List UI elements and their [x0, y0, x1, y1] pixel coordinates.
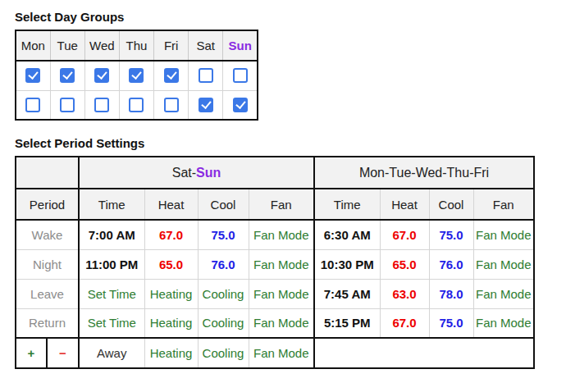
day-groups-table: Mon Tue Wed Thu Fri Sat Sun — [15, 30, 258, 121]
checkbox-group2-fri[interactable] — [164, 98, 179, 112]
night-satsun-time[interactable]: 11:00 PM — [79, 249, 144, 279]
group-header-corner — [16, 157, 79, 189]
leave-weekdays-cool[interactable]: 78.0 — [429, 279, 473, 308]
night-weekdays-cool[interactable]: 76.0 — [429, 249, 473, 279]
return-satsun-cooling-link[interactable]: Cooling — [198, 308, 249, 338]
return-weekdays-time[interactable]: 5:15 PM — [314, 308, 380, 338]
night-satsun-heat[interactable]: 65.0 — [144, 249, 198, 279]
column-header-row: Period Time Heat Cool Fan Time Heat Cool… — [16, 189, 534, 220]
wake-satsun-fan-mode-link[interactable]: Fan Mode — [249, 220, 314, 249]
day-header-sat: Sat — [189, 30, 223, 61]
day-header-wed: Wed — [84, 30, 119, 61]
checkbox-group2-sat[interactable] — [199, 98, 213, 112]
night-weekdays-time[interactable]: 10:30 PM — [314, 249, 380, 279]
checkbox-group1-thu[interactable] — [129, 68, 144, 83]
col-header-period: Period — [16, 189, 79, 220]
col-header-wd-fan: Fan — [473, 189, 534, 220]
col-header-wd-cool: Cool — [429, 189, 473, 220]
return-weekdays-fan-mode-link[interactable]: Fan Mode — [473, 308, 534, 338]
leave-satsun-cooling-link[interactable]: Cooling — [198, 279, 249, 308]
day-header-sun: Sun — [223, 30, 258, 61]
return-satsun-set-time-link[interactable]: Set Time — [79, 308, 144, 338]
period-row-night: Night 11:00 PM 65.0 76.0 Fan Mode 10:30 … — [16, 249, 534, 279]
night-weekdays-fan-mode-link[interactable]: Fan Mode — [473, 249, 534, 279]
wake-weekdays-cool[interactable]: 75.0 — [429, 220, 473, 249]
day-header-tue: Tue — [50, 30, 84, 61]
checkbox-group1-sun[interactable] — [233, 68, 248, 83]
leave-weekdays-time[interactable]: 7:45 AM — [314, 279, 380, 308]
leave-weekdays-fan-mode-link[interactable]: Fan Mode — [473, 279, 534, 308]
leave-satsun-set-time-link[interactable]: Set Time — [79, 279, 144, 308]
away-row-empty-cell — [314, 338, 534, 368]
period-label-wake[interactable]: Wake — [16, 220, 79, 249]
away-cooling-link[interactable]: Cooling — [198, 338, 249, 368]
checkbox-group1-sat[interactable] — [199, 68, 213, 83]
col-header-ss-heat: Heat — [144, 189, 198, 220]
checkbox-group2-tue[interactable] — [60, 98, 75, 112]
wake-weekdays-time[interactable]: 6:30 AM — [314, 220, 380, 249]
checkbox-group1-mon[interactable] — [25, 68, 40, 83]
checkbox-group2-wed[interactable] — [94, 98, 109, 112]
period-label-leave[interactable]: Leave — [16, 279, 79, 308]
leave-weekdays-heat[interactable]: 63.0 — [380, 279, 429, 308]
col-header-ss-cool: Cool — [198, 189, 249, 220]
day-header-thu: Thu — [119, 30, 153, 61]
away-period-label[interactable]: Away — [79, 338, 144, 368]
night-satsun-cool[interactable]: 76.0 — [198, 249, 249, 279]
period-settings-table: Sat-Sun Mon-Tue-Wed-Thu-Fri Period Time … — [15, 156, 535, 369]
away-fan-mode-link[interactable]: Fan Mode — [249, 338, 314, 368]
return-satsun-fan-mode-link[interactable]: Fan Mode — [249, 308, 314, 338]
night-satsun-fan-mode-link[interactable]: Fan Mode — [249, 249, 314, 279]
checkbox-group2-mon[interactable] — [25, 98, 40, 112]
group-header-row: Sat-Sun Mon-Tue-Wed-Thu-Fri — [16, 157, 534, 189]
day-header-row: Mon Tue Wed Thu Fri Sat Sun — [16, 30, 258, 61]
period-label-return[interactable]: Return — [16, 308, 79, 338]
checkbox-group2-thu[interactable] — [129, 98, 144, 112]
add-period-button[interactable]: + — [16, 338, 47, 368]
night-weekdays-heat[interactable]: 65.0 — [380, 249, 429, 279]
wake-satsun-cool[interactable]: 75.0 — [198, 220, 249, 249]
away-heating-link[interactable]: Heating — [144, 338, 198, 368]
col-header-ss-fan: Fan — [249, 189, 314, 220]
day-groups-title: Select Day Groups — [15, 10, 566, 25]
day-header-mon: Mon — [16, 30, 50, 61]
leave-satsun-heating-link[interactable]: Heating — [144, 279, 198, 308]
checkbox-group1-tue[interactable] — [60, 68, 75, 83]
checkbox-group1-fri[interactable] — [164, 68, 179, 83]
checkbox-group1-wed[interactable] — [94, 68, 109, 83]
day-header-fri: Fri — [154, 30, 189, 61]
remove-period-button[interactable]: − — [47, 338, 79, 368]
day-group-2-row — [16, 90, 258, 120]
wake-weekdays-fan-mode-link[interactable]: Fan Mode — [473, 220, 534, 249]
group-header-weekdays: Mon-Tue-Wed-Thu-Fri — [314, 157, 534, 189]
period-settings-title: Select Period Settings — [15, 136, 566, 151]
return-weekdays-cool[interactable]: 75.0 — [429, 308, 473, 338]
group-header-sat-sun: Sat-Sun — [79, 157, 314, 189]
return-weekdays-heat[interactable]: 67.0 — [380, 308, 429, 338]
day-group-1-row — [16, 61, 258, 90]
wake-satsun-heat[interactable]: 67.0 — [144, 220, 198, 249]
col-header-ss-time: Time — [79, 189, 144, 220]
col-header-wd-time: Time — [314, 189, 380, 220]
thermostat-schedule-page: Select Day Groups Mon Tue Wed Thu Fri Sa… — [0, 0, 566, 369]
add-period-row: + − Away Heating Cooling Fan Mode — [16, 338, 534, 368]
period-row-leave: Leave Set Time Heating Cooling Fan Mode … — [16, 279, 534, 308]
period-row-wake: Wake 7:00 AM 67.0 75.0 Fan Mode 6:30 AM … — [16, 220, 534, 249]
wake-satsun-time[interactable]: 7:00 AM — [79, 220, 144, 249]
leave-satsun-fan-mode-link[interactable]: Fan Mode — [249, 279, 314, 308]
checkbox-group2-sun[interactable] — [233, 98, 248, 112]
col-header-wd-heat: Heat — [380, 189, 429, 220]
period-label-night[interactable]: Night — [16, 249, 79, 279]
return-satsun-heating-link[interactable]: Heating — [144, 308, 198, 338]
period-row-return: Return Set Time Heating Cooling Fan Mode… — [16, 308, 534, 338]
wake-weekdays-heat[interactable]: 67.0 — [380, 220, 429, 249]
